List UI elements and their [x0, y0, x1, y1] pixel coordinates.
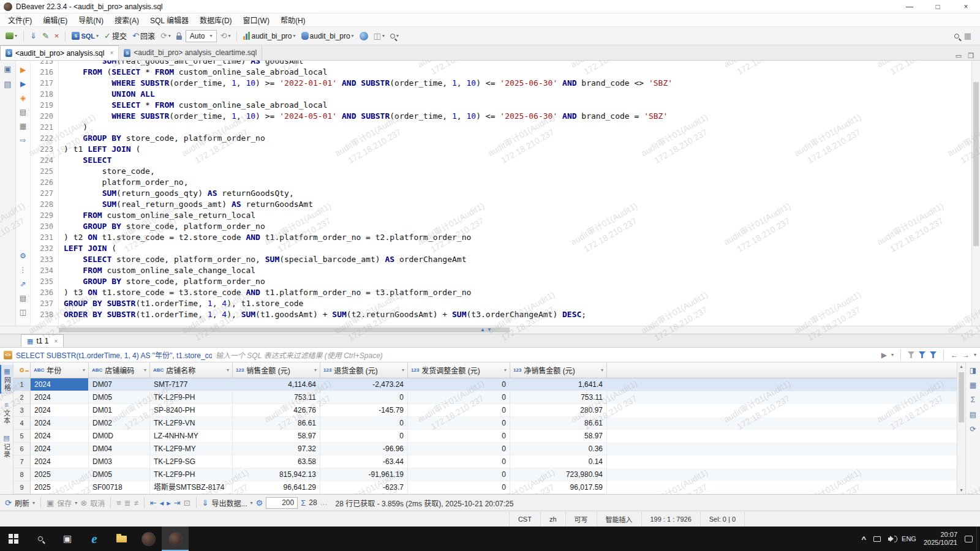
toolbar-search-button[interactable]: ▾	[388, 32, 401, 40]
tray-expand-icon[interactable]: ^	[862, 534, 867, 544]
chevron-down-icon[interactable]: ▾	[974, 352, 976, 358]
stop-button[interactable]: ×	[53, 31, 61, 41]
statusbar-item-5[interactable]: Sel: 0 | 0	[700, 511, 744, 527]
app-button-2-active[interactable]	[162, 527, 189, 551]
cell[interactable]: 0	[408, 391, 510, 404]
menu-item-4[interactable]: SQL 编辑器	[145, 15, 194, 25]
log-icon[interactable]: ▤	[20, 294, 26, 302]
app-button-1[interactable]	[135, 527, 162, 551]
refresh-button[interactable]: 刷新	[15, 498, 29, 508]
cell[interactable]: 96,017.59	[510, 481, 607, 494]
volume-icon[interactable]	[888, 538, 890, 541]
cell[interactable]: 0	[408, 430, 510, 443]
row-number[interactable]: 2	[13, 391, 31, 404]
cell[interactable]: 86.61	[233, 417, 320, 430]
clock[interactable]: 20:07 2025/10/21	[924, 531, 957, 547]
file-explorer-button[interactable]	[108, 527, 135, 551]
column-header-2[interactable]: ABC店铺名称▾	[150, 362, 233, 378]
cell[interactable]: -96.96	[320, 443, 408, 455]
task-view-button[interactable]: ▣	[54, 527, 81, 551]
minimize-button[interactable]: —	[895, 0, 924, 13]
cell[interactable]: DM05	[89, 391, 150, 404]
tab-close-icon[interactable]: ×	[110, 50, 113, 56]
menu-item-7[interactable]: 帮助(H)	[275, 15, 311, 25]
fetch-page-icon[interactable]: ⊡	[184, 499, 190, 507]
cell[interactable]: 753.11	[233, 391, 320, 404]
column-header-1[interactable]: ABC店铺编码▾	[89, 362, 150, 378]
cell[interactable]: 58.97	[510, 430, 607, 443]
grid-corner-cell[interactable]	[13, 362, 31, 378]
cell[interactable]: DM01	[89, 404, 150, 417]
cell[interactable]: 2024	[31, 455, 89, 468]
cell[interactable]: SP-8240-PH	[150, 404, 233, 417]
fetch-size-input[interactable]: 200	[266, 497, 298, 509]
notification-center-icon[interactable]	[965, 536, 973, 542]
menu-item-3[interactable]: 搜索(A)	[109, 15, 145, 25]
cell[interactable]: 0	[408, 481, 510, 494]
cell[interactable]: 280.97	[510, 404, 607, 417]
rollback-button[interactable]: ↶回滚	[130, 29, 157, 42]
cell[interactable]: 2024	[31, 430, 89, 443]
cell[interactable]: 58.97	[233, 430, 320, 443]
table-row-2[interactable]: 22024DM05TK-L2F9-PH753.1100753.11	[13, 391, 957, 404]
minimize-panel-icon[interactable]: ▭	[956, 52, 962, 60]
panel-toggle-icon[interactable]: ◫	[20, 308, 26, 317]
chevron-down-icon[interactable]: ▾	[32, 500, 35, 506]
editor-tab-0[interactable]: S<audit_bi_pro> analysis.sql×	[0, 45, 119, 60]
cell[interactable]: 0.36	[510, 443, 607, 455]
results-tab[interactable]: ▦ t1 1 ×	[21, 334, 64, 347]
cell[interactable]: 96,641.29	[233, 481, 320, 494]
row-number[interactable]: 1	[13, 378, 31, 391]
editor-horizontal-scrollbar[interactable]: ▲▼	[0, 326, 980, 334]
export-data-button[interactable]: 导出数据...	[212, 498, 247, 508]
menu-item-5[interactable]: 数据库(D)	[194, 15, 238, 25]
grid-toggle-icon[interactable]: ▦	[20, 122, 26, 130]
cell[interactable]: 0	[320, 391, 408, 404]
cell[interactable]: LZ-4NHN-MY	[150, 430, 233, 443]
cell[interactable]: TK-L2F9-VN	[150, 417, 233, 430]
cell[interactable]: TK-L2F9-SG	[150, 455, 233, 468]
scroll-up-arrow-icon[interactable]: ▴	[957, 364, 965, 369]
cell[interactable]: 0	[408, 443, 510, 455]
statusbar-item-3[interactable]: 智能插入	[597, 511, 641, 527]
table-row-8[interactable]: 82025DM05TK-L2F9-PH815,942.13-91,961.190…	[13, 468, 957, 481]
scroll-down-arrow-icon[interactable]: ▾	[957, 487, 965, 493]
maximize-panel-icon[interactable]: ❒	[968, 52, 974, 60]
cell[interactable]: 0	[320, 417, 408, 430]
cell[interactable]: -63.44	[320, 455, 408, 468]
column-header-0[interactable]: ABC年份▾	[31, 362, 89, 378]
cell[interactable]: 0.14	[510, 455, 607, 468]
cell[interactable]: 1,641.4	[510, 378, 607, 391]
gear-icon[interactable]: ⚙	[256, 499, 263, 507]
metadata-panel-icon[interactable]: ▤	[970, 410, 976, 419]
start-button[interactable]	[0, 527, 27, 551]
editor-vertical-scrollbar[interactable]	[971, 61, 980, 326]
cell[interactable]: TK-L2F9-PH	[150, 468, 233, 481]
grid-view-icon[interactable]: ▦	[970, 381, 976, 389]
schema-selector[interactable]: audit_bi_pro▾	[300, 31, 356, 42]
cell[interactable]: 2025	[31, 481, 89, 494]
table-row-4[interactable]: 42024DM02TK-L2F9-VN86.610086.61	[13, 417, 957, 430]
prev-page-icon[interactable]: ◂	[160, 499, 164, 507]
new-connection-button[interactable]: ▾	[4, 31, 19, 40]
cell[interactable]: 723,980.94	[510, 468, 607, 481]
show-desktop-strip[interactable]	[976, 527, 980, 551]
document-icon[interactable]: ▤	[20, 108, 26, 116]
projects-icon[interactable]: ▤	[4, 80, 11, 89]
cell[interactable]: DM04	[89, 443, 150, 455]
isolation-combo[interactable]: Auto▾	[186, 30, 217, 42]
cell[interactable]: 63.58	[233, 455, 320, 468]
cell[interactable]: 2024	[31, 404, 89, 417]
clear-filter-icon[interactable]	[908, 351, 914, 358]
scrollbar-thumb[interactable]	[59, 328, 510, 332]
scrollbar-thumb[interactable]	[973, 82, 979, 246]
taskbar-search-button[interactable]	[27, 527, 54, 551]
menu-item-2[interactable]: 导航(N)	[73, 15, 109, 25]
row-number[interactable]: 8	[13, 468, 31, 481]
execute-script-icon[interactable]: ▶	[20, 80, 26, 88]
calc-panel-icon[interactable]: Σ	[971, 395, 975, 404]
refresh-panel-icon[interactable]: ⟳	[970, 425, 976, 433]
chevron-down-icon[interactable]: ▾	[891, 352, 894, 358]
filter-dropdown-icon[interactable]: ▾	[314, 367, 317, 373]
history-back-icon[interactable]: ←	[951, 351, 958, 359]
